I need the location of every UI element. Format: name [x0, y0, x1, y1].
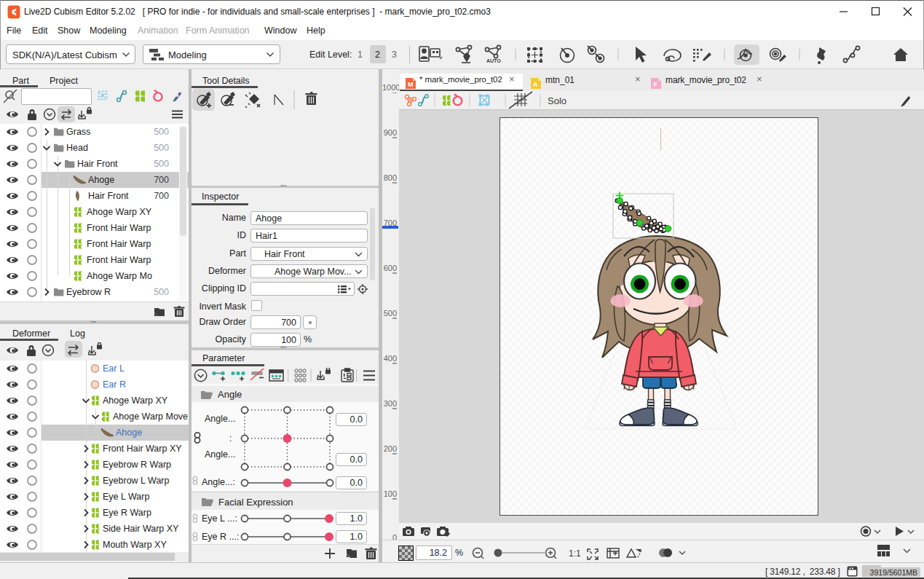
svg-text:Solo: Solo: [548, 95, 566, 106]
svg-text:AUTO: AUTO: [486, 58, 501, 63]
svg-text:A: A: [533, 81, 538, 88]
svg-text:F: F: [654, 81, 658, 88]
svg-text:M: M: [408, 81, 414, 88]
svg-text:1:1: 1:1: [569, 548, 581, 559]
